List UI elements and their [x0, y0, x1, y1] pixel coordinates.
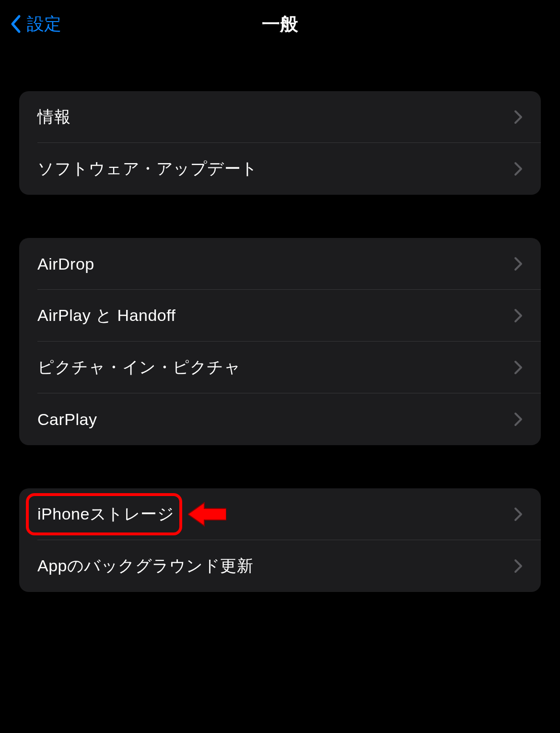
item-label: 情報 [37, 106, 70, 128]
list-item-software-update[interactable]: ソフトウェア・アップデート [19, 143, 541, 195]
item-label: AirDrop [37, 255, 94, 273]
list-item-about[interactable]: 情報 [19, 91, 541, 143]
content-area: 情報 ソフトウェア・アップデート AirDrop AirPlay と Hando… [0, 48, 560, 592]
chevron-right-icon [514, 308, 523, 323]
section-about: 情報 ソフトウェア・アップデート [19, 91, 541, 195]
chevron-left-icon [10, 14, 21, 34]
chevron-right-icon [514, 507, 523, 521]
item-label: Appのバックグラウンド更新 [37, 555, 254, 577]
chevron-right-icon [514, 412, 523, 426]
list-item-airplay-handoff[interactable]: AirPlay と Handoff [19, 290, 541, 342]
list-item-background-app-refresh[interactable]: Appのバックグラウンド更新 [19, 540, 541, 592]
navigation-bar: 設定 一般 [0, 0, 560, 48]
arrow-left-icon [188, 500, 226, 529]
item-label: iPhoneストレージ [37, 503, 174, 525]
chevron-right-icon [514, 559, 523, 573]
item-label: ピクチャ・イン・ピクチャ [37, 356, 241, 378]
list-item-carplay[interactable]: CarPlay [19, 393, 541, 445]
page-title: 一般 [0, 12, 560, 36]
list-item-iphone-storage[interactable]: iPhoneストレージ [19, 488, 541, 540]
item-label: CarPlay [37, 410, 97, 429]
item-label: AirPlay と Handoff [37, 305, 176, 327]
item-label: ソフトウェア・アップデート [37, 158, 258, 180]
chevron-right-icon [514, 360, 523, 375]
chevron-right-icon [514, 162, 523, 176]
section-connectivity: AirDrop AirPlay と Handoff ピクチャ・イン・ピクチャ C… [19, 238, 541, 445]
section-storage: iPhoneストレージ Appのバックグラウンド更新 [19, 488, 541, 592]
back-label: 設定 [27, 12, 61, 36]
chevron-right-icon [514, 110, 523, 124]
list-item-airdrop[interactable]: AirDrop [19, 238, 541, 290]
list-item-picture-in-picture[interactable]: ピクチャ・イン・ピクチャ [19, 342, 541, 393]
back-button[interactable]: 設定 [10, 12, 61, 36]
chevron-right-icon [514, 257, 523, 271]
